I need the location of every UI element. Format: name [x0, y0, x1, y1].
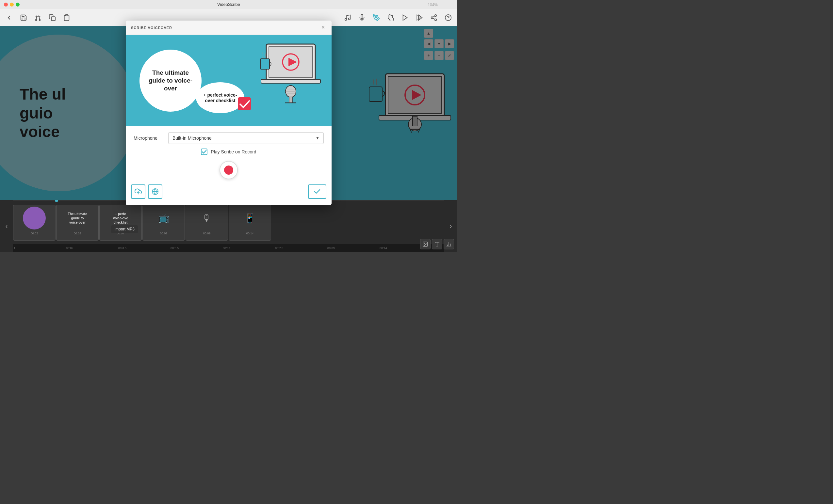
cell-6-icon: 📱	[244, 213, 256, 224]
ts-2: 00:3.5	[118, 247, 128, 250]
scribe-voiceover-modal: SCRIBE VOICEOVER × The ultimate guide to…	[126, 21, 332, 205]
music-button[interactable]	[344, 14, 352, 22]
maximize-traffic-light[interactable]	[16, 3, 20, 6]
record-dot-icon	[224, 166, 233, 175]
cell-4-time: 00:07	[143, 231, 185, 236]
zoom-indicator: 104%	[428, 3, 438, 7]
svg-rect-45	[260, 59, 269, 69]
timeline-track: 00:02 The ultimateguide tovoice-over 00:…	[13, 200, 444, 252]
modal-overlay: SCRIBE VOICEOVER × The ultimate guide to…	[0, 26, 457, 200]
ts-1: 00:02	[66, 247, 76, 250]
cell-6-inner: 📱	[229, 205, 271, 231]
timeline-cell-3[interactable]: + perfevoice-ovechecklist 00:07	[99, 205, 142, 241]
minimize-traffic-light[interactable]	[10, 3, 14, 6]
ts-3: 00:5.5	[170, 247, 180, 250]
svg-point-17	[435, 19, 437, 20]
add-image-button[interactable]	[420, 239, 431, 249]
cell-6-time: 00:14	[229, 231, 271, 236]
globe-button[interactable]	[148, 184, 162, 199]
share-button[interactable]	[430, 14, 438, 22]
modal-body: The ultimate guide to voice-over + perfe…	[126, 35, 332, 205]
timeline-nav: ‹ 00:02	[0, 200, 457, 252]
close-traffic-light[interactable]	[4, 3, 8, 6]
modal-header: SCRIBE VOICEOVER ×	[126, 21, 332, 35]
import-mp3-button[interactable]	[131, 184, 145, 199]
thumbnail-buttons	[420, 239, 454, 249]
svg-rect-43	[289, 97, 292, 103]
timeline-cell-5[interactable]: 🎙 00:09	[186, 205, 228, 241]
play-scribe-label: Play Scribe on Record	[211, 149, 256, 154]
play-button[interactable]	[401, 14, 409, 22]
cell-4-inner: 📺	[143, 205, 185, 231]
cell-1-time: 00:02	[14, 231, 55, 236]
add-text-button[interactable]	[432, 239, 442, 249]
microphone-select[interactable]: Built-in Microphone ▼	[168, 132, 324, 144]
microphone-button[interactable]	[358, 14, 366, 22]
toolbar-right	[344, 14, 452, 22]
pen-button[interactable]	[373, 14, 380, 22]
traffic-lights	[4, 3, 20, 6]
svg-rect-6	[65, 15, 68, 16]
ts-7: 00:14	[380, 247, 389, 250]
modal-title: SCRIBE VOICEOVER	[131, 26, 172, 30]
preview-laptop	[257, 41, 325, 107]
modal-preview: The ultimate guide to voice-over + perfe…	[126, 35, 332, 126]
timeline-cell-1[interactable]: 00:02	[13, 205, 55, 241]
help-button[interactable]	[444, 14, 452, 22]
svg-point-51	[424, 243, 425, 244]
preview-checkbox-icon	[237, 96, 253, 114]
play-all-button[interactable]	[415, 14, 423, 22]
microphone-label: Microphone	[134, 135, 163, 141]
cell-1-purple-circle	[23, 207, 46, 229]
svg-point-11	[375, 17, 377, 18]
import-mp3-tooltip: Import MP3	[111, 225, 138, 233]
confirm-button[interactable]	[308, 184, 326, 199]
timeline-cells: 00:02 The ultimateguide tovoice-over 00:…	[13, 201, 444, 244]
footer-left-buttons	[131, 184, 162, 199]
play-scribe-checkbox[interactable]	[201, 149, 208, 155]
preview-main-circle-text: The ultimate guide to voice-over	[140, 64, 201, 97]
timeline-prev-button[interactable]: ‹	[0, 200, 13, 252]
title-bar: VideoScribe	[0, 0, 457, 9]
microphone-row: Microphone Built-in Microphone ▼	[126, 126, 332, 144]
cell-4-icon: 📺	[158, 213, 169, 224]
paste-button[interactable]	[63, 14, 71, 22]
app-title: VideoScribe	[217, 2, 240, 7]
ts-0: 1	[14, 247, 24, 250]
ts-5: 00:7.5	[275, 247, 285, 250]
back-button[interactable]	[5, 14, 13, 22]
cell-5-inner: 🎙	[186, 205, 228, 231]
modal-footer	[126, 179, 332, 199]
dropdown-arrow-icon: ▼	[315, 136, 319, 141]
timeline-cell-6[interactable]: 📱 00:14	[229, 205, 271, 241]
ts-4: 00:07	[223, 247, 233, 250]
play-scribe-row: Play Scribe on Record	[126, 144, 332, 155]
cell-5-icon: 🎙	[202, 213, 211, 224]
cut-button[interactable]	[34, 14, 42, 22]
svg-marker-12	[403, 15, 407, 20]
timeline-cell-4[interactable]: 📺 00:07	[142, 205, 185, 241]
svg-point-15	[435, 15, 437, 16]
save-button[interactable]	[20, 14, 27, 22]
svg-rect-38	[261, 79, 320, 83]
cell-2-inner: The ultimateguide tovoice-over	[56, 205, 98, 231]
timeline-timestamps: 1 00:02 00:3.5 00:5.5 00:07 00:7.5 00:09…	[13, 244, 444, 252]
modal-close-button[interactable]: ×	[320, 24, 326, 31]
svg-rect-5	[51, 17, 55, 21]
timeline: ‹ 00:02	[0, 200, 457, 252]
ts-6: 00:09	[327, 247, 337, 250]
record-button[interactable]	[219, 161, 238, 179]
add-chart-button[interactable]	[444, 239, 454, 249]
microphone-value: Built-in Microphone	[172, 135, 212, 141]
cell-3-text: + perfevoice-ovechecklist	[112, 211, 129, 225]
cell-2-text: The ultimateguide tovoice-over	[67, 211, 88, 225]
hand-button[interactable]	[387, 14, 395, 22]
timeline-inner: ‹ 00:02	[0, 200, 457, 252]
svg-point-16	[431, 17, 433, 19]
copy-button[interactable]	[48, 14, 56, 22]
svg-line-18	[433, 18, 435, 19]
record-row	[126, 155, 332, 179]
toolbar-left	[5, 14, 337, 22]
svg-point-7	[345, 18, 347, 20]
timeline-cell-2[interactable]: The ultimateguide tovoice-over 00:02	[56, 205, 99, 241]
